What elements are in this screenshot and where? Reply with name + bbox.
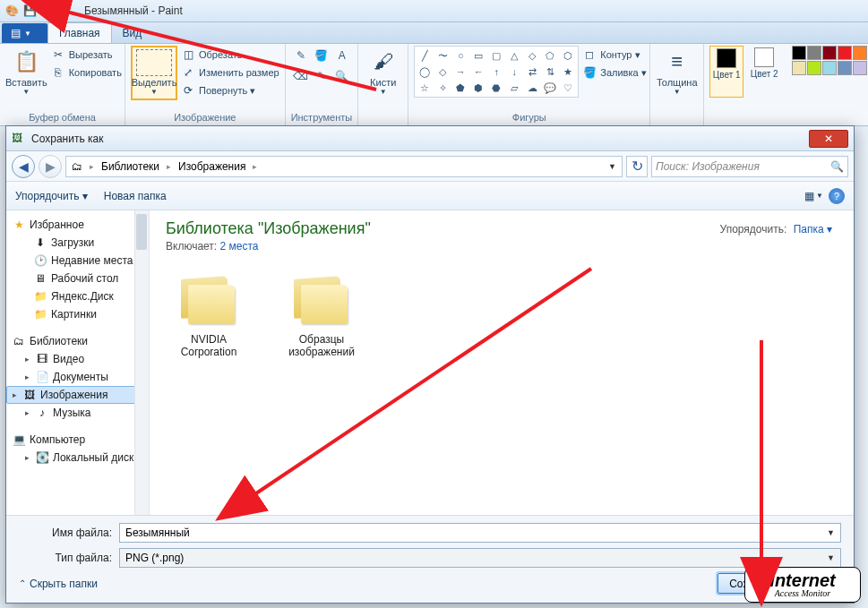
color2-button[interactable]: Цвет 2: [747, 46, 781, 98]
video-icon: 🎞: [35, 352, 49, 366]
pencil-icon[interactable]: ✎: [291, 46, 311, 65]
qat-redo-icon[interactable]: ↷: [57, 3, 73, 19]
filename-input[interactable]: Безымянный ▼: [119, 523, 841, 543]
chevron-down-icon[interactable]: ▼: [827, 528, 835, 537]
scissors-icon: ✂: [51, 47, 65, 62]
rotate-icon: ⟳: [181, 83, 195, 98]
filetype-select[interactable]: PNG (*.png) ▼: [119, 548, 841, 568]
newfolder-label: Новая папка: [104, 190, 167, 202]
sidebar-item-video[interactable]: ▸🎞Видео: [6, 350, 149, 368]
search-input[interactable]: Поиск: Изображения 🔍: [651, 156, 848, 177]
chevron-up-icon: ⌃: [19, 578, 26, 588]
view-mode-button[interactable]: ▦▼: [804, 190, 823, 202]
it: Видео: [53, 353, 84, 365]
cut-button[interactable]: ✂Вырезать: [51, 46, 122, 64]
sidebar-computer[interactable]: ▾💻Компьютер: [6, 431, 149, 449]
chevron-down-icon[interactable]: ▼: [827, 553, 835, 562]
brush-icon: 🖌: [369, 47, 398, 76]
comp-label: Компьютер: [30, 433, 85, 446]
paint-titlebar: 🎨 💾 ↶ ↷ Безымянный - Paint: [0, 0, 868, 22]
library-locations-link[interactable]: 2 места: [220, 240, 259, 253]
shape-outline-button[interactable]: ◻Контур ▾: [582, 46, 646, 64]
breadcrumb[interactable]: 🗂▸ Библиотеки▸ Изображения▸ ▼: [65, 156, 623, 177]
tab-home[interactable]: Главная: [47, 22, 112, 43]
paste-icon: 📋: [12, 47, 40, 76]
sidebar-item-documents[interactable]: ▸📄Документы: [6, 368, 149, 386]
shapes-gallery[interactable]: ╱〜○▭▢△◇⬠⬡ ◯◇→←↑↓⇄⇅★ ☆✧⬟⬢⬣▱☁💬♡: [414, 46, 579, 98]
rotate-button[interactable]: ⟳Повернуть ▾: [181, 81, 279, 99]
dialog-navbar: ◀ ▶ 🗂▸ Библиотеки▸ Изображения▸ ▼ ↻ Поис…: [6, 151, 854, 182]
folder-icon: 📁: [33, 289, 47, 304]
copy-button[interactable]: ⎘Копировать: [51, 64, 122, 81]
select-button[interactable]: Выделить ▼: [131, 46, 177, 100]
sidebar: ▾★Избранное ⬇Загрузки 🕑Недавние места 🖥Р…: [6, 210, 150, 515]
picker-icon[interactable]: ✎: [312, 66, 331, 86]
folder-label: NVIDIA Corporation: [166, 333, 252, 358]
it: Яндекс.Диск: [51, 290, 114, 303]
qat-undo-icon[interactable]: ↶: [39, 3, 56, 19]
group-tools-label: Инструменты: [291, 110, 353, 125]
paint-icon: 🎨: [4, 3, 20, 19]
color1-swatch: [717, 48, 736, 68]
it: Загрузки: [51, 236, 94, 249]
qat-save-icon[interactable]: 💾: [21, 3, 38, 19]
new-folder-button[interactable]: Новая папка: [104, 190, 167, 202]
breadcrumb-root-icon: 🗂: [68, 160, 86, 173]
shape-fill-button[interactable]: 🪣Заливка ▾: [582, 64, 646, 81]
file-menu-icon: ▤: [11, 27, 21, 39]
sidebar-favorites[interactable]: ▾★Избранное: [6, 216, 149, 234]
dialog-toolbar: Упорядочить ▾ Новая папка ▦▼ ?: [6, 182, 854, 210]
folder-icon: 📁: [33, 307, 47, 321]
folder-item[interactable]: NVIDIA Corporation: [166, 272, 252, 358]
refresh-button[interactable]: ↻: [626, 156, 648, 177]
nav-forward-button[interactable]: ▶: [39, 155, 62, 178]
close-button[interactable]: ✕: [809, 130, 848, 148]
sidebar-item-downloads[interactable]: ⬇Загрузки: [6, 234, 149, 252]
fill-icon[interactable]: 🪣: [312, 46, 331, 65]
sort-value[interactable]: Папка ▾: [794, 223, 832, 235]
file-menu-button[interactable]: ▤▼: [2, 23, 47, 43]
zoom-icon[interactable]: 🔍: [332, 66, 352, 86]
thickness-icon: ≡: [663, 47, 692, 76]
color-palette[interactable]: [792, 46, 868, 75]
it: Рабочий стол: [51, 272, 118, 285]
help-button[interactable]: ?: [829, 188, 845, 204]
it: Локальный диск: [53, 451, 133, 464]
resize-button[interactable]: ⤢Изменить размер: [181, 64, 279, 81]
eraser-icon[interactable]: ⌫: [291, 66, 311, 86]
sort-control[interactable]: Упорядочить: Папка ▾: [720, 223, 836, 235]
organize-label: Упорядочить ▾: [15, 190, 88, 202]
select-label: Выделить: [132, 77, 177, 88]
tools-grid[interactable]: ✎🪣A ⌫✎🔍: [291, 46, 352, 86]
sidebar-item-desktop[interactable]: 🖥Рабочий стол: [6, 270, 149, 287]
paste-label: Вставить: [5, 77, 47, 88]
color1-button[interactable]: Цвет 1: [709, 46, 743, 98]
sidebar-scrollbar[interactable]: [134, 210, 149, 515]
library-subtitle: Включает: 2 места: [166, 240, 838, 253]
folder-item[interactable]: Образцы изображений: [279, 272, 365, 358]
brushes-button[interactable]: 🖌 Кисти ▼: [364, 46, 402, 97]
breadcrumb-1[interactable]: Изображения: [175, 160, 249, 173]
crop-button[interactable]: ◫Обрезать: [181, 46, 279, 64]
text-icon[interactable]: A: [332, 46, 352, 65]
watermark-badge: Internet Access Monitor: [744, 567, 861, 603]
dialog-titlebar: 🖼 Сохранить как ✕: [6, 126, 854, 151]
sidebar-item-yandex[interactable]: 📁Яндекс.Диск: [6, 287, 149, 305]
sidebar-item-localdisk[interactable]: ▸💽Локальный диск: [6, 449, 149, 467]
music-icon: ♪: [35, 406, 49, 420]
organize-button[interactable]: Упорядочить ▾: [15, 190, 88, 202]
hide-folders-link[interactable]: ⌃Скрыть папки: [19, 578, 98, 590]
sidebar-item-recent[interactable]: 🕑Недавние места: [6, 252, 149, 270]
dialog-title: Сохранить как: [31, 133, 103, 145]
thickness-button[interactable]: ≡ Толщина ▼: [656, 46, 698, 97]
paste-button[interactable]: 📋 Вставить ▼: [5, 46, 47, 97]
copy-label: Копировать: [69, 67, 122, 78]
sidebar-libraries[interactable]: ▾🗂Библиотеки: [6, 332, 149, 350]
sidebar-item-images[interactable]: ▸🖼Изображения: [6, 386, 149, 404]
tab-view[interactable]: Вид: [112, 23, 153, 43]
sidebar-item-music[interactable]: ▸♪Музыка: [6, 404, 149, 422]
breadcrumb-0[interactable]: Библиотеки: [98, 160, 163, 173]
sidebar-item-pictures-fav[interactable]: 📁Картинки: [6, 305, 149, 323]
search-icon: 🔍: [830, 160, 844, 173]
nav-back-button[interactable]: ◀: [12, 155, 35, 178]
